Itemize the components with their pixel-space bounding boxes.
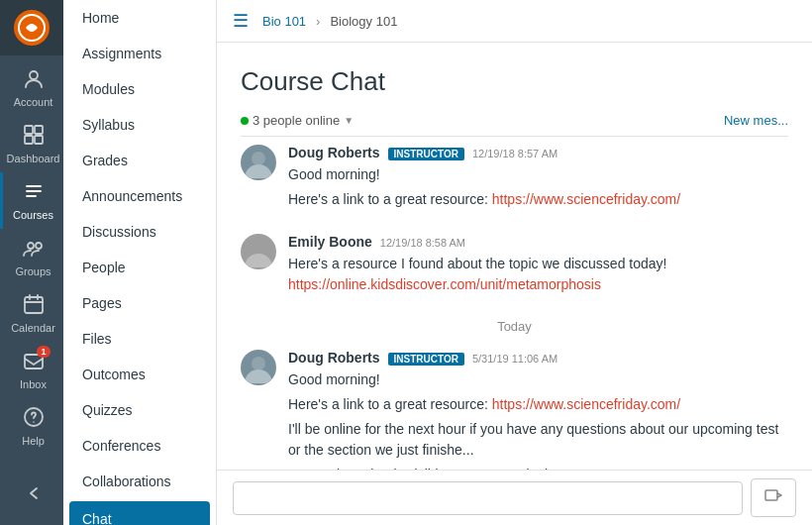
inbox-badge: 1 xyxy=(37,346,50,358)
breadcrumb-course-name: Biology 101 xyxy=(330,14,397,29)
online-bar: 3 people online ▼ New mes... xyxy=(241,113,788,137)
message-link[interactable]: https://www.sciencefriday.com/ xyxy=(492,396,680,412)
course-nav-assignments[interactable]: Assignments xyxy=(63,36,216,71)
nav-item-calendar[interactable]: Calendar xyxy=(0,285,63,342)
svg-rect-4 xyxy=(25,136,33,144)
online-count-label: 3 people online xyxy=(253,113,340,128)
avatar xyxy=(241,350,276,385)
svg-point-11 xyxy=(33,421,35,423)
dashboard-icon xyxy=(23,124,45,151)
svg-rect-15 xyxy=(765,490,777,500)
calendar-label: Calendar xyxy=(11,322,55,334)
course-nav-outcomes[interactable]: Outcomes xyxy=(63,357,216,392)
message-body: Doug Roberts INSTRUCTOR 12/19/18 8:57 AM… xyxy=(288,145,788,214)
online-dot xyxy=(241,117,249,125)
hamburger-icon[interactable]: ☰ xyxy=(233,10,249,32)
course-sidebar: Home Assignments Modules Syllabus Grades… xyxy=(63,0,217,525)
svg-point-14 xyxy=(252,357,265,370)
chat-send-button[interactable] xyxy=(751,478,796,517)
chat-messages: Doug Roberts INSTRUCTOR 12/19/18 8:57 AM… xyxy=(241,145,788,470)
nav-item-help[interactable]: Help xyxy=(0,398,63,455)
instructor-badge: INSTRUCTOR xyxy=(388,148,464,160)
course-nav-people[interactable]: People xyxy=(63,250,216,285)
course-nav-pages[interactable]: Pages xyxy=(63,285,216,321)
svg-point-1 xyxy=(30,71,38,79)
message-text: Here's a link to a great resource: https… xyxy=(288,189,788,210)
message-text: Good morning! xyxy=(288,369,788,390)
help-icon xyxy=(23,406,45,433)
course-nav-conferences[interactable]: Conferences xyxy=(63,428,216,464)
content-area: Course Chat 3 people online ▼ New mes... xyxy=(217,43,812,470)
svg-point-6 xyxy=(28,243,34,249)
message-text: I'll be online for the next hour if you … xyxy=(288,419,788,461)
message-time: 5/31/19 11:06 AM xyxy=(472,353,558,365)
collapse-button[interactable] xyxy=(0,476,63,517)
nav-item-dashboard[interactable]: Dashboard xyxy=(0,116,63,172)
inbox-icon: 1 xyxy=(23,350,45,376)
course-nav-files[interactable]: Files xyxy=(63,321,216,357)
nav-item-courses[interactable]: Courses xyxy=(0,172,63,229)
message-author: Doug Roberts xyxy=(288,350,380,366)
breadcrumb-separator: › xyxy=(316,14,320,29)
date-divider: Today xyxy=(241,319,788,334)
message-link[interactable]: https://online.kidsdiscover.com/unit/met… xyxy=(288,276,601,292)
course-nav-quizzes[interactable]: Quizzes xyxy=(63,392,216,428)
message-text: Here's a resource I found about the topi… xyxy=(288,254,788,295)
inbox-label: Inbox xyxy=(20,378,47,390)
global-sidebar: Account Dashboard Courses xyxy=(0,0,63,525)
nav-item-groups[interactable]: Groups xyxy=(0,229,63,285)
breadcrumb-course-code[interactable]: Bio 101 xyxy=(262,14,306,29)
collapse-icon xyxy=(25,484,43,507)
top-bar: ☰ Bio 101 › Biology 101 xyxy=(217,0,812,43)
svg-point-12 xyxy=(252,152,265,165)
message-body: Emily Boone 12/19/18 8:58 AM Here's a re… xyxy=(288,234,788,299)
nav-item-inbox[interactable]: 1 Inbox xyxy=(0,342,63,398)
course-nav-grades[interactable]: Grades xyxy=(63,143,216,178)
course-nav-discussions[interactable]: Discussions xyxy=(63,214,216,250)
course-nav-chat[interactable]: Chat xyxy=(69,501,210,525)
message-time: 12/19/18 8:57 AM xyxy=(472,148,558,159)
message-text: Good morning! xyxy=(288,164,788,185)
message-header: Emily Boone 12/19/18 8:58 AM xyxy=(288,234,788,250)
svg-rect-8 xyxy=(25,297,43,313)
svg-point-13 xyxy=(252,241,265,255)
message-group: Emily Boone 12/19/18 8:58 AM Here's a re… xyxy=(241,234,788,299)
avatar xyxy=(241,234,276,269)
message-author: Doug Roberts xyxy=(288,145,380,160)
help-label: Help xyxy=(22,435,45,447)
chat-input[interactable] xyxy=(233,481,743,515)
courses-icon xyxy=(23,180,45,207)
app-logo xyxy=(0,0,63,55)
course-nav-collaborations[interactable]: Collaborations xyxy=(63,464,216,499)
courses-label: Courses xyxy=(13,209,53,221)
message-header: Doug Roberts INSTRUCTOR 5/31/19 11:06 AM xyxy=(288,350,788,366)
online-count[interactable]: 3 people online ▼ xyxy=(241,113,354,128)
course-nav-modules[interactable]: Modules xyxy=(63,71,216,107)
account-label: Account xyxy=(14,96,53,108)
nav-item-account[interactable]: Account xyxy=(0,59,63,116)
svg-rect-2 xyxy=(25,126,33,134)
message-group: Doug Roberts INSTRUCTOR 5/31/19 11:06 AM… xyxy=(241,350,788,470)
online-dropdown-icon: ▼ xyxy=(344,115,354,126)
dashboard-label: Dashboard xyxy=(7,153,60,164)
message-text: Here's a link to a great resource: https… xyxy=(288,394,788,415)
calendar-icon xyxy=(23,293,45,320)
course-nav-home[interactable]: Home xyxy=(63,0,216,36)
message-author: Emily Boone xyxy=(288,234,372,250)
svg-rect-5 xyxy=(35,136,43,144)
avatar xyxy=(241,145,276,180)
collapse-nav-item[interactable] xyxy=(0,476,63,517)
groups-label: Groups xyxy=(15,265,51,277)
message-header: Doug Roberts INSTRUCTOR 12/19/18 8:57 AM xyxy=(288,145,788,160)
svg-point-7 xyxy=(36,243,42,249)
page-title: Course Chat xyxy=(241,66,788,97)
message-link[interactable]: https://www.sciencefriday.com/ xyxy=(492,191,680,207)
svg-rect-3 xyxy=(35,126,43,134)
course-nav-announcements[interactable]: Announcements xyxy=(63,178,216,214)
main-content: ☰ Bio 101 › Biology 101 Course Chat 3 pe… xyxy=(217,0,812,525)
new-messages-link[interactable]: New mes... xyxy=(724,113,788,128)
account-icon xyxy=(23,67,45,94)
message-time: 12/19/18 8:58 AM xyxy=(380,237,465,249)
logo-icon xyxy=(14,10,50,46)
course-nav-syllabus[interactable]: Syllabus xyxy=(63,107,216,143)
